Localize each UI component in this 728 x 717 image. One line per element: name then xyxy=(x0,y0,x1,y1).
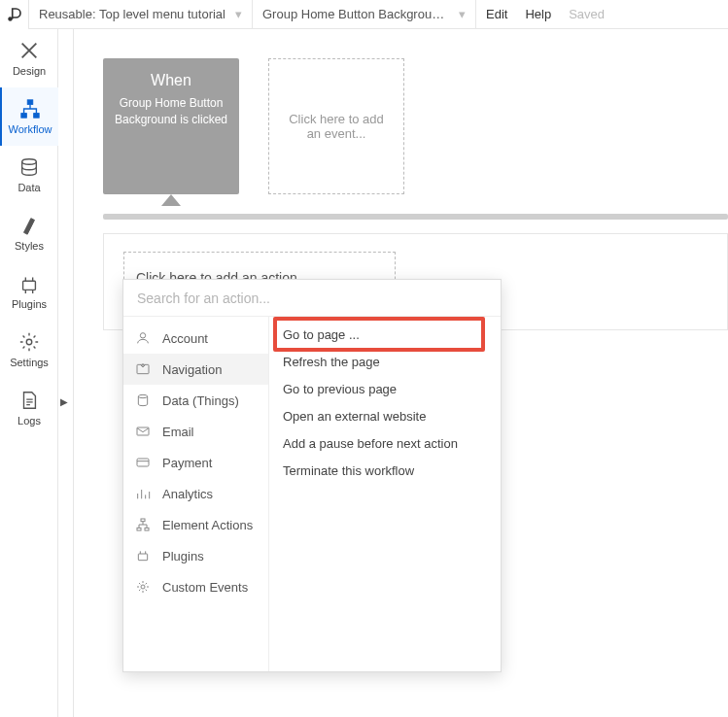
breadcrumb-reusable[interactable]: Reusable: Top level menu tutorial ▾ xyxy=(29,0,253,29)
svg-rect-5 xyxy=(23,281,36,290)
action-label: Refresh the page xyxy=(283,355,380,369)
sidebar-item-label: Settings xyxy=(10,357,49,368)
category-label: Payment xyxy=(162,456,212,470)
action-refresh-page[interactable]: Refresh the page xyxy=(269,348,501,375)
sidebar-item-workflow[interactable]: Workflow xyxy=(0,87,58,146)
action-categories: Account Navigation Data (Things) Email P… xyxy=(123,317,269,671)
svg-point-7 xyxy=(140,333,145,338)
svg-rect-14 xyxy=(145,528,149,530)
app-logo[interactable] xyxy=(0,0,29,29)
sidebar-item-label: Logs xyxy=(17,415,41,427)
category-label: Data (Things) xyxy=(162,393,239,408)
sidebar-item-styles[interactable]: Styles xyxy=(0,204,58,262)
category-custom-events[interactable]: Custom Events xyxy=(123,571,268,602)
action-label: Go to page ... xyxy=(283,327,360,342)
category-label: Element Actions xyxy=(162,518,253,532)
svg-rect-13 xyxy=(137,528,141,530)
data-icon xyxy=(135,393,151,408)
sidebar-item-logs[interactable]: Logs xyxy=(0,379,58,437)
action-label: Open an external website xyxy=(283,409,426,424)
breadcrumb-label: Reusable: Top level menu tutorial xyxy=(39,7,225,21)
action-add-pause[interactable]: Add a pause before next action xyxy=(269,429,501,457)
action-search-input[interactable] xyxy=(137,290,487,306)
navigation-icon xyxy=(135,361,151,377)
email-icon xyxy=(135,424,151,439)
events-row: When Group Home Button Background is cli… xyxy=(103,58,404,194)
payment-icon xyxy=(135,455,151,470)
category-analytics[interactable]: Analytics xyxy=(123,478,268,509)
action-label: Terminate this workflow xyxy=(283,463,414,478)
action-open-external[interactable]: Open an external website xyxy=(269,402,501,429)
chevron-down-icon: ▾ xyxy=(235,7,242,21)
analytics-icon xyxy=(135,486,151,501)
svg-point-4 xyxy=(22,159,37,165)
timeline-bar xyxy=(103,214,728,220)
menu-help[interactable]: Help xyxy=(525,7,551,21)
add-event-label: Click here to add an event... xyxy=(285,112,388,141)
category-payment[interactable]: Payment xyxy=(123,447,268,478)
styles-icon xyxy=(18,215,40,236)
plugins-icon xyxy=(18,273,40,294)
event-description: Group Home Button Background is clicked xyxy=(113,95,229,128)
category-data[interactable]: Data (Things) xyxy=(123,385,268,416)
top-bar: Reusable: Top level menu tutorial ▾ Grou… xyxy=(0,0,728,29)
category-plugins[interactable]: Plugins xyxy=(123,540,268,571)
sidebar-flyout-handle[interactable]: ▶ xyxy=(60,396,68,407)
add-event-card[interactable]: Click here to add an event... xyxy=(268,58,404,194)
chevron-down-icon: ▾ xyxy=(459,7,466,21)
data-icon xyxy=(18,156,40,178)
action-terminate[interactable]: Terminate this workflow xyxy=(269,457,501,484)
category-label: Account xyxy=(162,331,208,346)
action-picker-popup: Account Navigation Data (Things) Email P… xyxy=(122,279,502,672)
action-go-to-page[interactable]: Go to page ... xyxy=(269,321,501,348)
category-label: Plugins xyxy=(162,549,204,563)
svg-rect-2 xyxy=(21,114,27,119)
workflow-canvas: When Group Home Button Background is cli… xyxy=(74,29,728,717)
design-icon xyxy=(18,40,40,61)
breadcrumb-element[interactable]: Group Home Button Background... ▾ xyxy=(253,0,476,29)
event-card[interactable]: When Group Home Button Background is cli… xyxy=(103,58,239,194)
action-label: Go to previous page xyxy=(283,382,397,396)
svg-rect-15 xyxy=(138,554,147,561)
save-status: Saved xyxy=(569,7,605,21)
settings-icon xyxy=(18,331,40,353)
action-list: Go to page ... Refresh the page Go to pr… xyxy=(269,317,501,671)
svg-rect-1 xyxy=(27,100,33,105)
category-email[interactable]: Email xyxy=(123,416,268,447)
category-label: Navigation xyxy=(162,362,222,377)
sidebar-item-label: Workflow xyxy=(8,123,52,135)
sidebar-item-label: Data xyxy=(17,182,40,193)
svg-point-9 xyxy=(138,394,147,397)
account-icon xyxy=(135,330,151,346)
category-label: Email xyxy=(162,425,194,439)
top-menu: Edit Help Saved xyxy=(476,7,605,21)
breadcrumb-label: Group Home Button Background... xyxy=(262,7,449,21)
category-label: Custom Events xyxy=(162,580,248,595)
svg-rect-3 xyxy=(34,114,39,119)
action-previous-page[interactable]: Go to previous page xyxy=(269,375,501,402)
sidebar-item-data[interactable]: Data xyxy=(0,146,58,204)
category-navigation[interactable]: Navigation xyxy=(123,354,268,385)
category-account[interactable]: Account xyxy=(123,323,268,354)
plugins-icon xyxy=(135,548,151,563)
svg-point-6 xyxy=(26,339,32,345)
sidebar-item-label: Design xyxy=(13,65,46,77)
action-label: Add a pause before next action xyxy=(283,436,458,451)
sidebar-item-label: Styles xyxy=(15,240,44,252)
svg-rect-12 xyxy=(141,519,145,522)
svg-rect-10 xyxy=(137,427,149,435)
sidebar-item-settings[interactable]: Settings xyxy=(0,321,58,379)
sidebar-item-plugins[interactable]: Plugins xyxy=(0,262,58,321)
menu-edit[interactable]: Edit xyxy=(486,7,507,21)
category-element-actions[interactable]: Element Actions xyxy=(123,509,268,540)
svg-point-16 xyxy=(141,585,145,589)
popup-body: Account Navigation Data (Things) Email P… xyxy=(123,317,501,671)
event-when-label: When xyxy=(151,72,191,89)
left-sidebar: Design Workflow Data Styles Plugins Sett… xyxy=(0,29,58,717)
category-label: Analytics xyxy=(162,487,213,501)
event-arrow-indicator xyxy=(161,194,181,206)
logs-icon xyxy=(18,390,40,411)
custom-icon xyxy=(135,579,151,595)
sidebar-item-design[interactable]: Design xyxy=(0,29,58,87)
svg-rect-11 xyxy=(137,459,149,466)
